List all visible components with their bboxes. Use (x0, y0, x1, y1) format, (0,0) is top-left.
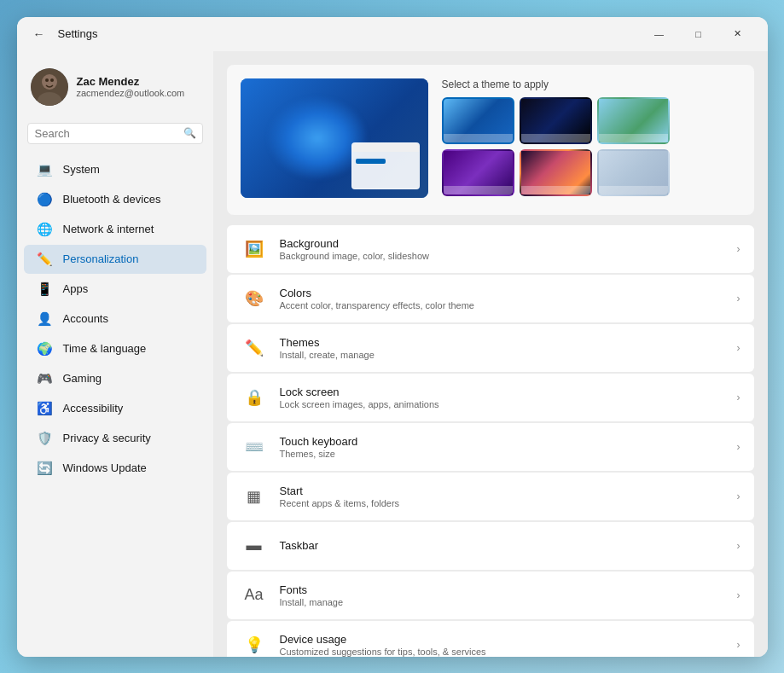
personalization-icon: ✏️ (38, 252, 53, 267)
touch-keyboard-title: Touch keyboard (280, 435, 725, 448)
theme-thumb-purple[interactable] (442, 149, 514, 196)
avatar (31, 68, 68, 106)
settings-item-lock-screen[interactable]: 🔒Lock screenLock screen images, apps, an… (227, 374, 754, 421)
theme-thumb-light[interactable] (442, 97, 514, 144)
apps-icon: 📱 (38, 281, 53, 297)
themes-chevron-icon: › (737, 342, 740, 354)
title-bar-left: ← Settings (27, 22, 640, 46)
svg-point-4 (50, 78, 54, 82)
title-bar: ← Settings — □ ✕ (17, 17, 768, 51)
theme-thumb-nature[interactable] (597, 97, 670, 144)
theme-section: Select a theme to apply (227, 65, 754, 215)
preview-btn-small (356, 159, 386, 164)
start-icon: ▦ (241, 483, 268, 510)
device-usage-chevron-icon: › (737, 639, 740, 651)
nav-list: 💻System🔵Bluetooth & devices🌐Network & in… (17, 154, 213, 484)
themes-row-1 (442, 97, 740, 144)
start-chevron-icon: › (737, 490, 740, 502)
settings-item-touch-keyboard[interactable]: ⌨️Touch keyboardThemes, size› (227, 423, 754, 471)
sidebar-item-accessibility[interactable]: ♿Accessibility (24, 394, 206, 423)
sidebar-item-accounts[interactable]: 👤Accounts (24, 305, 206, 334)
accounts-icon: 👤 (38, 311, 53, 327)
sidebar-item-bluetooth[interactable]: 🔵Bluetooth & devices (24, 185, 206, 214)
themes-text: ThemesInstall, create, manage (280, 336, 725, 360)
preview-window-bar (352, 143, 419, 152)
touch-keyboard-subtitle: Themes, size (280, 449, 725, 459)
sidebar-item-time[interactable]: 🌍Time & language (24, 334, 206, 363)
sidebar-item-label-update: Windows Update (63, 461, 147, 474)
sidebar-item-gaming[interactable]: 🎮Gaming (24, 364, 206, 393)
sidebar-item-label-privacy: Privacy & security (63, 432, 151, 444)
sidebar-item-network[interactable]: 🌐Network & internet (24, 215, 206, 244)
device-usage-text: Device usageCustomized suggestions for t… (280, 633, 725, 657)
themes-label: Select a theme to apply (442, 78, 740, 90)
settings-item-start[interactable]: ▦StartRecent apps & items, folders› (227, 473, 754, 520)
fonts-text: FontsInstall, manage (280, 583, 725, 607)
update-icon: 🔄 (38, 461, 53, 476)
svg-point-3 (45, 78, 49, 82)
back-button[interactable]: ← (27, 22, 51, 46)
touch-keyboard-chevron-icon: › (737, 441, 740, 453)
sidebar-item-label-accounts: Accounts (63, 312, 108, 325)
themes-row-2 (442, 149, 740, 196)
maximize-button[interactable]: □ (679, 20, 718, 48)
taskbar-chevron-icon: › (737, 540, 740, 552)
colors-text: ColorsAccent color, transparency effects… (280, 287, 725, 310)
settings-item-background[interactable]: 🖼️BackgroundBackground image, color, sli… (227, 225, 754, 273)
theme-top: Select a theme to apply (241, 78, 740, 201)
taskbar-text: Taskbar (280, 539, 725, 552)
user-name: Zac Mendez (77, 75, 185, 88)
background-text: BackgroundBackground image, color, slide… (280, 237, 725, 261)
start-text: StartRecent apps & items, folders (280, 484, 725, 508)
device-usage-title: Device usage (280, 633, 725, 646)
search-input[interactable] (35, 127, 178, 140)
user-info: Zac Mendez zacmendez@outlook.com (77, 75, 185, 98)
sidebar-item-label-system: System (63, 163, 100, 176)
network-icon: 🌐 (38, 222, 53, 237)
touch-keyboard-icon: ⌨️ (241, 433, 268, 461)
settings-window: ← Settings — □ ✕ (17, 17, 768, 657)
sidebar-item-system[interactable]: 💻System (24, 155, 206, 184)
touch-keyboard-text: Touch keyboardThemes, size (280, 435, 725, 459)
sidebar-item-label-gaming: Gaming (63, 372, 102, 385)
themes-icon: ✏️ (241, 334, 268, 362)
lock-screen-text: Lock screenLock screen images, apps, ani… (280, 386, 725, 409)
background-subtitle: Background image, color, slideshow (280, 251, 725, 261)
minimize-button[interactable]: — (640, 20, 679, 48)
fonts-icon: Aa (241, 582, 268, 609)
theme-thumb-minimal[interactable] (597, 149, 670, 196)
close-button[interactable]: ✕ (718, 20, 758, 48)
device-usage-icon: 💡 (241, 631, 268, 657)
themes-title: Themes (280, 336, 725, 349)
settings-item-fonts[interactable]: AaFontsInstall, manage› (227, 571, 754, 619)
sidebar: Zac Mendez zacmendez@outlook.com 🔍 💻Syst… (17, 51, 213, 657)
settings-item-taskbar[interactable]: ▬Taskbar› (227, 522, 754, 570)
background-title: Background (280, 237, 725, 250)
sidebar-item-update[interactable]: 🔄Windows Update (24, 454, 206, 483)
settings-item-themes[interactable]: ✏️ThemesInstall, create, manage› (227, 324, 754, 372)
colors-chevron-icon: › (737, 293, 740, 305)
fonts-subtitle: Install, manage (280, 597, 725, 607)
settings-list: 🖼️BackgroundBackground image, color, sli… (227, 225, 754, 657)
colors-icon: 🎨 (241, 285, 268, 312)
sidebar-item-apps[interactable]: 📱Apps (24, 275, 206, 304)
taskbar-icon: ▬ (241, 532, 268, 560)
lock-screen-subtitle: Lock screen images, apps, animations (280, 399, 725, 409)
device-usage-subtitle: Customized suggestions for tips, tools, … (280, 647, 725, 657)
sidebar-item-privacy[interactable]: 🛡️Privacy & security (24, 424, 206, 453)
themes-grid: Select a theme to apply (442, 78, 740, 201)
settings-item-device-usage[interactable]: 💡Device usageCustomized suggestions for … (227, 621, 754, 657)
time-icon: 🌍 (38, 341, 53, 357)
bluetooth-icon: 🔵 (38, 192, 53, 207)
theme-thumb-dark[interactable] (520, 97, 592, 144)
sidebar-item-personalization[interactable]: ✏️Personalization (24, 245, 206, 274)
sidebar-item-label-personalization: Personalization (63, 252, 139, 265)
colors-subtitle: Accent color, transparency effects, colo… (280, 300, 725, 310)
search-box[interactable]: 🔍 (27, 123, 203, 144)
start-title: Start (280, 484, 725, 497)
themes-subtitle: Install, create, manage (280, 350, 725, 360)
settings-item-colors[interactable]: 🎨ColorsAccent color, transparency effect… (227, 275, 754, 322)
theme-thumb-floral[interactable] (520, 149, 592, 196)
title-bar-controls: — □ ✕ (640, 20, 758, 48)
background-chevron-icon: › (737, 243, 740, 255)
